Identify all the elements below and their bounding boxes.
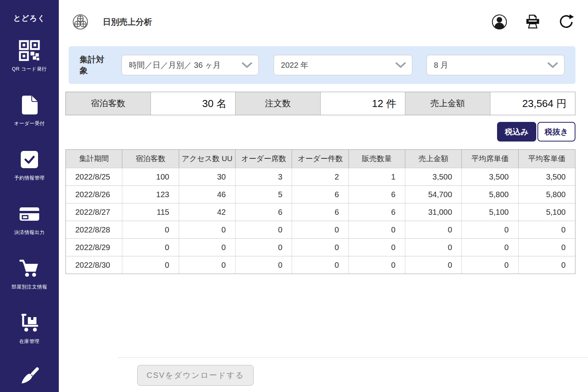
cell-avg-guest-price: 0 <box>519 221 575 238</box>
cell-guests: 0 <box>122 221 179 238</box>
cell-sales-qty: 1 <box>349 168 405 185</box>
refresh-icon <box>558 14 574 30</box>
cell-order-seats: 3 <box>236 168 292 185</box>
printer-icon <box>524 14 541 30</box>
sidebar-item-label: 部屋別注文情報 <box>12 284 47 290</box>
table-header-cell: 集計期間 <box>66 150 122 168</box>
cell-period: 2022/8/27 <box>66 203 122 221</box>
checkbox-icon <box>20 149 38 170</box>
cell-sales-qty: 0 <box>349 239 405 256</box>
cell-avg-seat-price: 0 <box>462 239 518 256</box>
cell-order-count: 2 <box>292 168 348 185</box>
trolley-icon <box>19 312 40 334</box>
cell-avg-seat-price: 5,800 <box>462 186 518 203</box>
cell-access-uu: 0 <box>179 256 236 274</box>
cell-avg-seat-price: 5,100 <box>462 203 518 221</box>
sidebar-item-label: 予約情報管理 <box>14 175 45 181</box>
cell-guests: 0 <box>122 239 179 256</box>
table-header-cell: アクセス数 UU <box>179 150 236 168</box>
cell-guests: 100 <box>122 168 179 185</box>
sidebar-item-label: QR コード発行 <box>12 66 47 73</box>
table-header-cell: 平均客単価 <box>519 150 575 168</box>
filter-label: 集計対象 <box>80 54 112 76</box>
header-actions <box>492 14 574 30</box>
refresh-button[interactable] <box>558 14 574 30</box>
chevron-down-icon <box>548 62 558 68</box>
logo-crest-icon <box>72 14 89 30</box>
filter-bar: 集計対象 時間／日／月別／ 36 ヶ月 2022 年 8 月 <box>69 46 575 84</box>
cell-order-count: 6 <box>292 203 348 221</box>
sidebar-item-reservation-management[interactable]: 予約情報管理 <box>14 149 45 181</box>
cell-period: 2022/8/26 <box>66 186 122 203</box>
tax-toggle: 税込み 税抜き <box>59 122 575 142</box>
period-type-dropdown[interactable]: 時間／日／月別／ 36 ヶ月 <box>122 55 258 75</box>
cell-access-uu: 42 <box>179 203 236 221</box>
table-header-cell: オーダー件数 <box>292 150 348 168</box>
chevron-down-icon <box>242 62 252 68</box>
cell-sales-amount: 31,000 <box>405 203 462 221</box>
sidebar-item-label: 在庫管理 <box>19 338 40 345</box>
sidebar-item-cleaning-management[interactable]: 清掃管理 <box>19 367 40 392</box>
cell-order-count: 0 <box>292 256 348 274</box>
cart-icon <box>19 258 40 279</box>
cell-sales-qty: 0 <box>349 256 405 274</box>
cell-sales-qty: 6 <box>349 203 405 221</box>
cell-guests: 115 <box>122 203 179 221</box>
tax-included-button[interactable]: 税込み <box>497 122 536 142</box>
main-content: 日別売上分析 <box>59 0 588 392</box>
table-header-cell: 平均席単価 <box>462 150 518 168</box>
broom-icon <box>19 367 40 388</box>
cell-access-uu: 0 <box>179 239 236 256</box>
cell-order-seats: 6 <box>236 203 292 221</box>
cell-period: 2022/8/25 <box>66 168 122 185</box>
cell-avg-guest-price: 0 <box>519 239 575 256</box>
sidebar-item-order-reception[interactable]: オーダー受付 <box>14 94 45 127</box>
table-header-row: 集計期間宿泊客数アクセス数 UUオーダー席数オーダー件数販売数量売上金額平均席単… <box>66 150 575 168</box>
sidebar-item-label: 決済情報出力 <box>14 229 45 236</box>
tax-excluded-button[interactable]: 税抜き <box>537 122 575 142</box>
sidebar-item-inventory-management[interactable]: 在庫管理 <box>19 312 40 345</box>
cell-sales-amount: 0 <box>405 221 462 238</box>
table-row: 2022/8/26 123 46 5 6 6 54,700 5,800 5,80… <box>66 185 575 203</box>
cell-avg-seat-price: 0 <box>462 221 518 238</box>
month-value: 8 月 <box>434 60 448 71</box>
cell-sales-amount: 0 <box>405 256 462 274</box>
cell-order-seats: 0 <box>236 256 292 274</box>
summary-orders-value: 12 件 <box>321 92 406 115</box>
page-title: 日別売上分析 <box>103 16 152 27</box>
sidebar-item-room-orders[interactable]: 部屋別注文情報 <box>12 258 47 290</box>
cell-avg-seat-price: 3,500 <box>462 168 518 185</box>
csv-download-button[interactable]: CSVをダウンロードする <box>137 365 254 386</box>
table-header-cell: 宿泊客数 <box>122 150 179 168</box>
table-row: 2022/8/25 100 30 3 2 1 3,500 3,500 3,500 <box>66 168 575 185</box>
table-header-cell: 販売数量 <box>349 150 405 168</box>
cell-avg-seat-price: 0 <box>462 256 518 274</box>
sidebar-item-qr-code[interactable]: QR コード発行 <box>12 40 47 73</box>
year-dropdown[interactable]: 2022 年 <box>274 55 412 75</box>
cell-avg-guest-price: 0 <box>519 256 575 274</box>
table-row: 2022/8/28 0 0 0 0 0 0 0 0 <box>66 221 575 238</box>
cell-guests: 0 <box>122 256 179 274</box>
cell-avg-guest-price: 3,500 <box>519 168 575 185</box>
daily-sales-table: 集計期間宿泊客数アクセス数 UUオーダー席数オーダー件数販売数量売上金額平均席単… <box>65 149 575 274</box>
qr-code-icon <box>19 40 40 61</box>
cell-sales-qty: 0 <box>349 221 405 238</box>
brand-logo-text: とどろく <box>13 13 45 24</box>
sidebar-item-label: オーダー受付 <box>14 120 45 127</box>
cell-order-count: 0 <box>292 239 348 256</box>
cell-order-seats: 5 <box>236 186 292 203</box>
summary-orders-label: 注文数 <box>236 92 321 115</box>
cell-period: 2022/8/29 <box>66 239 122 256</box>
cell-sales-amount: 3,500 <box>405 168 462 185</box>
chevron-down-icon <box>396 62 406 68</box>
cell-order-seats: 0 <box>236 221 292 238</box>
print-button[interactable] <box>524 14 541 30</box>
sidebar-item-payment-export[interactable]: 決済情報出力 <box>14 203 45 236</box>
cell-access-uu: 46 <box>179 186 236 203</box>
cell-order-seats: 0 <box>236 239 292 256</box>
user-account-button[interactable] <box>492 14 507 30</box>
month-dropdown[interactable]: 8 月 <box>426 55 564 75</box>
cell-sales-amount: 54,700 <box>405 186 462 203</box>
cell-avg-guest-price: 5,800 <box>519 186 575 203</box>
cell-access-uu: 0 <box>179 221 236 238</box>
